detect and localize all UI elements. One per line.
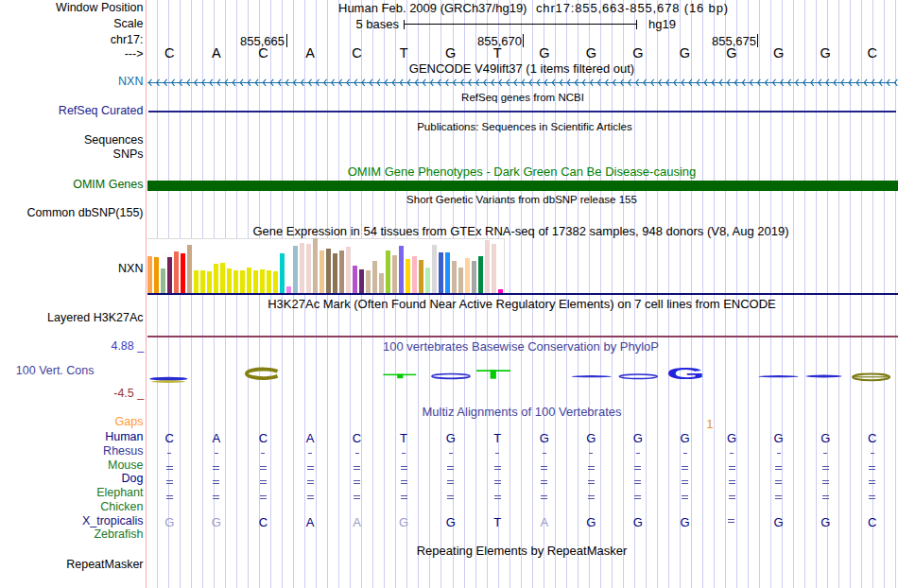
svg-text:G: G [666,366,705,383]
